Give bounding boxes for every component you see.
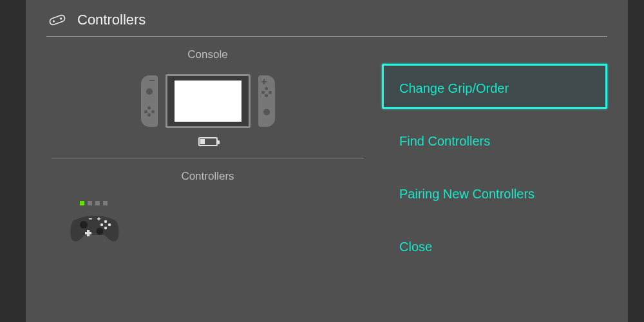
page-title: Controllers: [77, 12, 146, 28]
menu-find-controllers[interactable]: Find Controllers: [382, 117, 607, 162]
svg-point-2: [60, 17, 62, 20]
svg-rect-13: [99, 217, 100, 220]
console-battery: [46, 137, 369, 146]
controller-icon: [46, 12, 68, 28]
svg-point-4: [97, 228, 104, 235]
svg-point-3: [80, 221, 88, 229]
console-diagram: [46, 74, 369, 128]
svg-rect-0: [49, 14, 66, 26]
battery-icon: [198, 137, 218, 146]
svg-point-5: [104, 220, 107, 223]
status-column: Console Control: [46, 37, 382, 311]
joycon-left-icon: [141, 75, 158, 127]
divider: [52, 158, 364, 158]
content: Console Control: [46, 37, 607, 311]
pro-controller-icon: [70, 211, 369, 247]
svg-point-8: [100, 223, 103, 226]
svg-point-6: [108, 223, 111, 226]
svg-rect-10: [85, 232, 91, 234]
header: Controllers: [46, 12, 607, 37]
menu-change-grip-order[interactable]: Change Grip/Order: [382, 64, 607, 109]
console-section-label: Console: [46, 48, 369, 61]
svg-point-7: [104, 227, 107, 229]
menu-pairing-new-controllers[interactable]: Pairing New Controllers: [382, 169, 607, 214]
controllers-section-label: Controllers: [46, 170, 369, 183]
svg-rect-11: [89, 218, 92, 220]
svg-point-1: [52, 20, 55, 23]
joycon-right-icon: [258, 75, 275, 127]
console-tablet-icon: [166, 74, 251, 128]
controllers-panel: Controllers Console: [26, 0, 628, 322]
player-indicator: [80, 201, 369, 205]
menu-column: Change Grip/Order Find Controllers Pairi…: [382, 37, 607, 311]
menu-close[interactable]: Close: [382, 222, 607, 267]
